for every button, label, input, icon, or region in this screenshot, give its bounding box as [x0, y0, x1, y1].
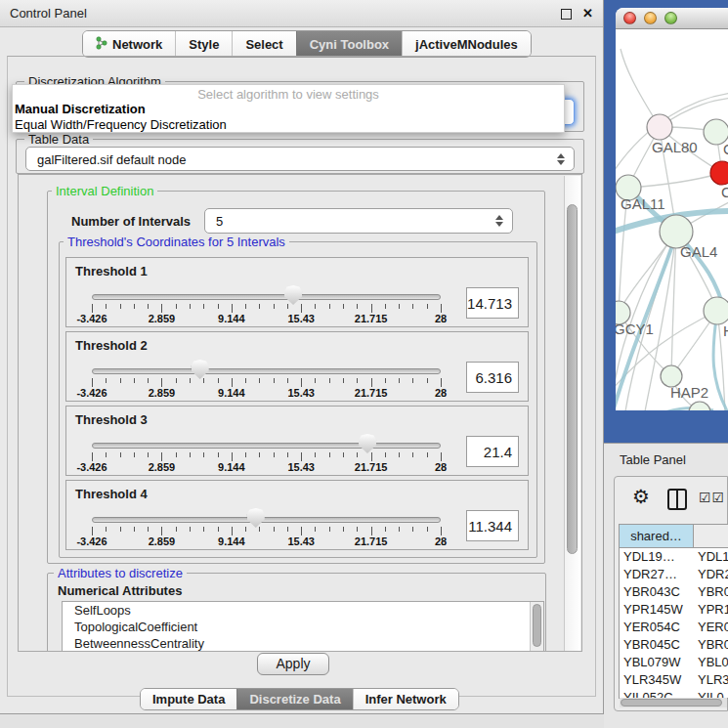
tick-mark	[232, 452, 233, 461]
table-cell-name[interactable]: YDL1	[698, 548, 728, 566]
tick-label: 9.144	[218, 535, 245, 547]
table-cell-shared-name[interactable]: YBR043C	[623, 583, 694, 601]
threshold-value-field[interactable]: 11.344	[466, 510, 519, 541]
node-attribute-table[interactable]: shared… na YDL19…YDL1YDR27…YDR2YBR043CYB…	[619, 524, 728, 699]
slider-thumb[interactable]	[192, 360, 209, 379]
table-cell-name[interactable]: YBR0	[698, 636, 728, 654]
slider-track[interactable]	[92, 517, 441, 523]
close-icon[interactable]: ✕	[582, 6, 593, 21]
tab-impute-data[interactable]: Impute Data	[141, 689, 236, 709]
close-traffic-light-icon[interactable]	[623, 12, 636, 24]
tick-mark	[190, 452, 191, 457]
table-cell-name[interactable]: YBR0	[698, 583, 728, 601]
minimize-traffic-light-icon[interactable]	[644, 12, 657, 24]
table-cell-name[interactable]: YER0	[698, 619, 728, 636]
network-canvas[interactable]: GAL80GCGAL11GAL4GCY1HHAP2	[616, 29, 728, 410]
table-cell-name[interactable]: YPR1	[698, 601, 728, 619]
table-cell-shared-name[interactable]: YDR27…	[623, 566, 694, 583]
slider-thumb[interactable]	[284, 285, 302, 305]
red-node[interactable]	[710, 161, 728, 185]
list-item-selfloops[interactable]: SelfLoops	[63, 602, 543, 619]
tab-cyni-toolbox[interactable]: Cyni Toolbox	[296, 31, 402, 57]
numerical-attributes-list[interactable]: SelfLoopsTopologicalCoefficientBetweenne…	[62, 601, 544, 652]
number-of-intervals-value: 5	[216, 214, 223, 229]
tick-mark	[412, 527, 413, 532]
apply-button[interactable]: Apply	[257, 653, 329, 675]
table-cell-shared-name[interactable]: YER054C	[623, 619, 694, 636]
table-data-combo[interactable]: galFiltered.sif default node	[25, 147, 575, 171]
minimize-icon[interactable]	[561, 9, 572, 20]
tick-mark	[176, 452, 177, 457]
dropdown-option-manual[interactable]: Manual Discretization	[15, 102, 146, 116]
table-cell-shared-name[interactable]: YLR345W	[623, 671, 694, 689]
list-scrollbar[interactable]	[530, 602, 543, 651]
tick-mark	[134, 378, 135, 383]
list-item-topologicalcoefficient[interactable]: TopologicalCoefficient	[63, 619, 543, 635]
slider-track[interactable]	[92, 443, 441, 449]
split-columns-icon[interactable]	[667, 489, 687, 510]
table-cell-shared-name[interactable]: YBR045C	[623, 636, 694, 654]
select-columns-checkbox-icons[interactable]: ☑☑	[699, 490, 725, 505]
table-cell-shared-name[interactable]: YBL079W	[623, 654, 694, 671]
tab-discretize-data[interactable]: Discretize Data	[236, 689, 352, 709]
tick-mark	[190, 304, 191, 309]
tab-style[interactable]: Style	[175, 31, 232, 57]
tick-mark	[315, 378, 316, 383]
table-cell-shared-name[interactable]: YPR145W	[623, 601, 694, 619]
tick-label: 15.43	[287, 461, 315, 473]
tick-mark	[412, 452, 413, 457]
algorithm-dropdown-list: Select algorithm to view settings Manual…	[12, 84, 565, 133]
gear-icon[interactable]: ⚙	[632, 485, 650, 508]
tick-mark	[357, 527, 358, 532]
tick-mark	[441, 378, 442, 387]
tick-mark	[92, 378, 93, 387]
dropdown-placeholder: Select algorithm to view settings	[13, 87, 564, 102]
control-panel-titlebar[interactable]: Control Panel ✕	[0, 0, 603, 27]
number-of-intervals-combo[interactable]: 5	[204, 208, 513, 234]
settings-scrollbar[interactable]	[564, 176, 580, 651]
tab-select[interactable]: Select	[232, 31, 295, 57]
tick-mark	[218, 304, 219, 309]
slider-track[interactable]	[92, 294, 441, 300]
tab-infer-network[interactable]: Infer Network	[353, 689, 458, 709]
threshold-value-field[interactable]: 14.713	[466, 287, 519, 319]
tick-label: 15.43	[287, 387, 315, 399]
tick-mark	[245, 527, 246, 532]
combo-arrows-icon	[495, 215, 504, 227]
tick-mark	[287, 378, 288, 383]
tick-mark	[329, 527, 330, 532]
H-node[interactable]	[704, 297, 728, 324]
table-cell-name[interactable]: YDR2	[698, 566, 728, 583]
tick-mark	[371, 452, 372, 461]
threshold-value-field[interactable]: 21.4	[466, 436, 519, 467]
table-hscrollbar-thumb[interactable]	[621, 699, 722, 707]
tab-network[interactable]: Network	[83, 31, 175, 57]
column-header-shared-name[interactable]: shared…	[620, 525, 694, 548]
network-edge[interactable]	[628, 173, 722, 188]
tab-jactivemnodules[interactable]: jActiveMNodules	[402, 31, 531, 57]
list-scrollbar-thumb[interactable]	[533, 604, 541, 647]
list-item-betweennesscentrality[interactable]: BetweennessCentrality	[63, 635, 543, 652]
table-cell-shared-name[interactable]: YDL19…	[623, 548, 694, 566]
tick-mark	[441, 452, 442, 461]
slider-thumb[interactable]	[359, 434, 376, 453]
tick-mark	[218, 378, 219, 383]
settings-scrollbar-thumb[interactable]	[567, 204, 578, 554]
GAL80-node[interactable]	[647, 114, 672, 140]
threshold-value-field[interactable]: 6.316	[466, 362, 519, 393]
node[interactable]	[689, 402, 710, 410]
slider-track[interactable]	[92, 368, 441, 374]
tick-mark	[148, 527, 149, 532]
table-hscrollbar[interactable]	[620, 698, 727, 707]
table-panel: ⚙ ☑☑ shared… na YDL19…YDL1YDR27…YDR2YBR0…	[614, 476, 728, 711]
network-window-titlebar[interactable]	[616, 8, 728, 29]
zoom-traffic-light-icon[interactable]	[664, 12, 677, 24]
column-header-name[interactable]: na	[694, 525, 728, 548]
tick-mark	[287, 304, 288, 309]
slider-thumb[interactable]	[247, 508, 265, 528]
table-cell-name[interactable]: YLR3	[698, 671, 728, 689]
tick-mark	[385, 527, 386, 532]
dropdown-option-equal-width[interactable]: Equal Width/Frequency Discretization	[15, 117, 227, 132]
table-cell-name[interactable]: YBL0	[698, 654, 728, 671]
tick-label: 21.715	[355, 387, 388, 399]
